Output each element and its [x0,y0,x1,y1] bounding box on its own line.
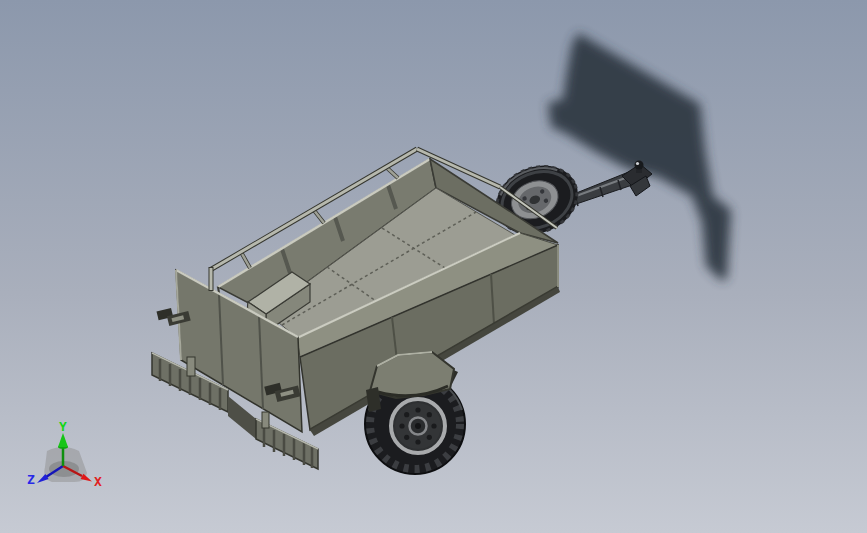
scene-svg: Z X Y [0,0,867,533]
axis-z-label: Z [27,472,35,487]
hitch-ball [635,161,644,170]
cad-viewport[interactable]: Z X Y [0,0,867,533]
axis-x-label: X [94,474,102,489]
axis-y-label: Y [59,419,67,434]
